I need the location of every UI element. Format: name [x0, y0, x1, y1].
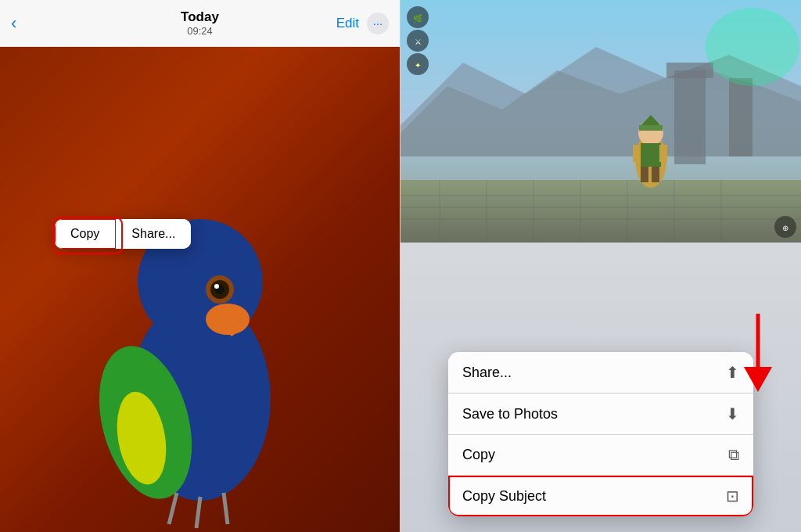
- time-label: 09:24: [181, 25, 219, 37]
- header-title: Today 09:24: [181, 9, 219, 37]
- share-button-left[interactable]: Share...: [116, 219, 191, 249]
- svg-rect-15: [729, 78, 753, 156]
- svg-rect-35: [633, 145, 641, 162]
- svg-rect-33: [641, 167, 648, 182]
- edit-button[interactable]: Edit: [336, 16, 359, 31]
- more-button[interactable]: ···: [367, 13, 389, 34]
- copy-icon: ⧉: [728, 446, 739, 464]
- fog-context-area: Share... ⬆ Save to Photos ⬇ Copy ⧉ Copy …: [400, 243, 801, 532]
- game-scene: 🌿 ⚔ ✦ ⊕: [400, 0, 801, 243]
- svg-rect-32: [641, 143, 661, 167]
- left-header: ‹ Today 09:24 Edit ···: [0, 0, 400, 47]
- share-icon: ⬆: [726, 363, 739, 382]
- svg-rect-36: [659, 145, 667, 162]
- context-menu-right: Share... ⬆ Save to Photos ⬇ Copy ⧉ Copy …: [448, 352, 753, 516]
- svg-point-27: [706, 8, 799, 86]
- copy-subject-menu-item[interactable]: Copy Subject ⊡: [448, 476, 753, 516]
- share-menu-item[interactable]: Share... ⬆: [448, 352, 753, 394]
- svg-rect-13: [674, 70, 706, 164]
- svg-point-4: [206, 304, 250, 335]
- copy-subject-label: Copy Subject: [462, 488, 546, 505]
- copy-menu-item[interactable]: Copy ⧉: [448, 435, 753, 476]
- parrot-image-area: Copy Share...: [0, 47, 400, 532]
- parrot-illustration: [75, 125, 325, 532]
- svg-text:✦: ✦: [415, 61, 421, 70]
- svg-rect-16: [400, 180, 801, 243]
- copy-subject-icon: ⊡: [726, 487, 739, 505]
- svg-rect-34: [652, 167, 659, 182]
- svg-text:⚔: ⚔: [415, 38, 422, 46]
- back-button[interactable]: ‹: [11, 13, 16, 34]
- game-background: 🌿 ⚔ ✦ ⊕: [400, 0, 801, 243]
- svg-point-8: [214, 284, 219, 289]
- header-right-buttons: Edit ···: [336, 13, 389, 34]
- save-photos-menu-item[interactable]: Save to Photos ⬇: [448, 394, 753, 435]
- svg-rect-31: [639, 125, 663, 131]
- svg-rect-9: [169, 336, 232, 376]
- context-menu-left: Copy Share...: [55, 219, 191, 249]
- share-label: Share...: [462, 365, 512, 381]
- right-panel: 🌿 ⚔ ✦ ⊕ Share...: [400, 0, 801, 532]
- save-label: Save to Photos: [462, 406, 558, 422]
- game-screenshot-area: 🌿 ⚔ ✦ ⊕: [400, 0, 801, 243]
- save-icon: ⬇: [726, 404, 739, 423]
- parrot-background: Copy Share...: [0, 47, 400, 532]
- copy-label: Copy: [462, 447, 495, 463]
- svg-rect-14: [666, 63, 713, 78]
- copy-button-left[interactable]: Copy: [55, 219, 116, 249]
- today-label: Today: [181, 9, 219, 25]
- svg-text:🌿: 🌿: [413, 13, 423, 23]
- svg-text:⊕: ⊕: [782, 224, 788, 232]
- left-panel: ‹ Today 09:24 Edit ···: [0, 0, 400, 532]
